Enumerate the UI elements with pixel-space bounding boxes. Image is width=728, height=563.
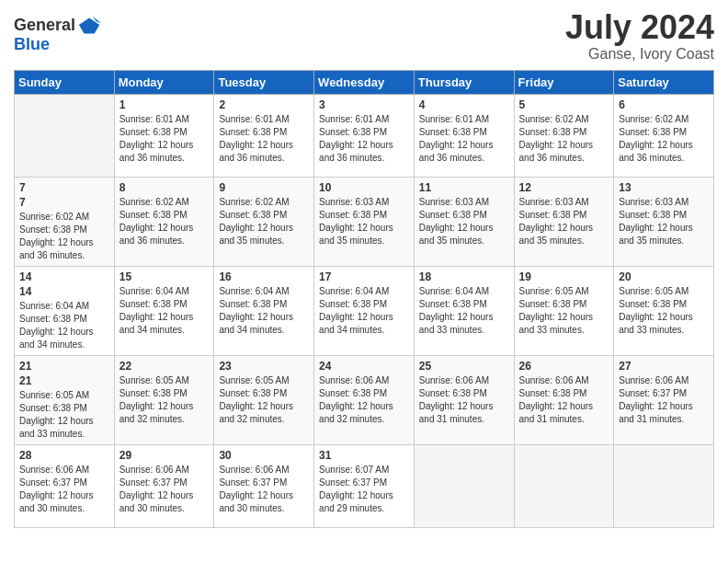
- day-info: Sunrise: 6:01 AM Sunset: 6:38 PM Dayligh…: [219, 113, 309, 165]
- day-number: 25: [419, 360, 509, 373]
- calendar-cell: 10Sunrise: 6:03 AM Sunset: 6:38 PM Dayli…: [314, 177, 415, 266]
- calendar-cell: 9Sunrise: 6:02 AM Sunset: 6:38 PM Daylig…: [214, 177, 314, 266]
- day-info: Sunrise: 6:04 AM Sunset: 6:38 PM Dayligh…: [19, 300, 109, 351]
- calendar-cell: 31Sunrise: 6:07 AM Sunset: 6:37 PM Dayli…: [314, 444, 415, 527]
- day-number: 22: [119, 360, 210, 373]
- calendar-week-5: 28Sunrise: 6:06 AM Sunset: 6:37 PM Dayli…: [15, 444, 714, 527]
- day-info: Sunrise: 6:04 AM Sunset: 6:38 PM Dayligh…: [219, 285, 309, 337]
- calendar-cell: 28Sunrise: 6:06 AM Sunset: 6:37 PM Dayli…: [15, 444, 115, 527]
- header-row: Sunday Monday Tuesday Wednesday Thursday…: [15, 70, 714, 94]
- calendar-cell: 17Sunrise: 6:04 AM Sunset: 6:38 PM Dayli…: [314, 266, 415, 355]
- day-info: Sunrise: 6:04 AM Sunset: 6:38 PM Dayligh…: [319, 285, 409, 337]
- logo: General Blue: [14, 13, 103, 54]
- day-info: Sunrise: 6:01 AM Sunset: 6:38 PM Dayligh…: [419, 113, 509, 165]
- calendar-cell: 22Sunrise: 6:05 AM Sunset: 6:38 PM Dayli…: [114, 355, 214, 444]
- day-number: 21: [19, 374, 109, 387]
- calendar-cell: [15, 94, 115, 177]
- day-info: Sunrise: 6:05 AM Sunset: 6:38 PM Dayligh…: [19, 389, 109, 441]
- calendar-page: General Blue July 2024 Ganse, Ivory Coas…: [0, 0, 728, 563]
- header-wednesday: Wednesday: [314, 70, 415, 94]
- header: General Blue July 2024 Ganse, Ivory Coas…: [14, 9, 714, 63]
- calendar-cell: [414, 444, 514, 527]
- title-block: July 2024 Ganse, Ivory Coast: [565, 9, 714, 63]
- calendar-cell: 24Sunrise: 6:06 AM Sunset: 6:38 PM Dayli…: [314, 355, 415, 444]
- day-number: 9: [219, 181, 309, 194]
- day-info: Sunrise: 6:02 AM Sunset: 6:38 PM Dayligh…: [519, 113, 609, 165]
- day-info: Sunrise: 6:04 AM Sunset: 6:38 PM Dayligh…: [119, 285, 210, 337]
- day-number: 6: [619, 98, 709, 111]
- header-friday: Friday: [514, 70, 614, 94]
- calendar-cell: 23Sunrise: 6:05 AM Sunset: 6:38 PM Dayli…: [214, 355, 314, 444]
- day-info: Sunrise: 6:07 AM Sunset: 6:37 PM Dayligh…: [319, 464, 409, 515]
- day-number: 28: [19, 449, 109, 462]
- day-info: Sunrise: 6:02 AM Sunset: 6:38 PM Dayligh…: [619, 113, 709, 165]
- calendar-cell: 4Sunrise: 6:01 AM Sunset: 6:38 PM Daylig…: [414, 94, 514, 177]
- calendar-cell: 77Sunrise: 6:02 AM Sunset: 6:38 PM Dayli…: [15, 177, 115, 266]
- day-info: Sunrise: 6:03 AM Sunset: 6:38 PM Dayligh…: [619, 196, 709, 247]
- day-info: Sunrise: 6:05 AM Sunset: 6:38 PM Dayligh…: [519, 285, 609, 337]
- day-info: Sunrise: 6:06 AM Sunset: 6:37 PM Dayligh…: [119, 464, 210, 515]
- calendar-cell: 6Sunrise: 6:02 AM Sunset: 6:38 PM Daylig…: [614, 94, 714, 177]
- calendar-cell: 19Sunrise: 6:05 AM Sunset: 6:38 PM Dayli…: [514, 266, 614, 355]
- day-info: Sunrise: 6:03 AM Sunset: 6:38 PM Dayligh…: [319, 196, 409, 247]
- day-number: 31: [319, 449, 409, 462]
- location-title: Ganse, Ivory Coast: [565, 46, 714, 63]
- day-number: 18: [419, 270, 509, 283]
- header-sunday: Sunday: [15, 70, 115, 94]
- day-number: 12: [519, 181, 609, 194]
- day-info: Sunrise: 6:01 AM Sunset: 6:38 PM Dayligh…: [319, 113, 409, 165]
- day-number: 8: [119, 181, 210, 194]
- calendar-cell: 27Sunrise: 6:06 AM Sunset: 6:37 PM Dayli…: [614, 355, 714, 444]
- calendar-week-4: 2121Sunrise: 6:05 AM Sunset: 6:38 PM Day…: [15, 355, 714, 444]
- day-info: Sunrise: 6:05 AM Sunset: 6:38 PM Dayligh…: [219, 374, 309, 426]
- day-number: 19: [519, 270, 609, 283]
- logo-icon: [77, 13, 103, 39]
- day-info: Sunrise: 6:02 AM Sunset: 6:38 PM Dayligh…: [219, 196, 309, 247]
- day-number: 16: [219, 270, 309, 283]
- day-info: Sunrise: 6:06 AM Sunset: 6:38 PM Dayligh…: [419, 374, 509, 426]
- day-info: Sunrise: 6:03 AM Sunset: 6:38 PM Dayligh…: [419, 196, 509, 247]
- day-number: 5: [519, 98, 609, 111]
- day-number: 3: [319, 98, 409, 111]
- day-number: 2: [219, 98, 309, 111]
- calendar-cell: 26Sunrise: 6:06 AM Sunset: 6:38 PM Dayli…: [514, 355, 614, 444]
- day-number: 1: [119, 98, 210, 111]
- calendar-cell: 1414Sunrise: 6:04 AM Sunset: 6:38 PM Day…: [15, 266, 115, 355]
- day-number: 7: [19, 196, 109, 209]
- calendar-cell: 11Sunrise: 6:03 AM Sunset: 6:38 PM Dayli…: [414, 177, 514, 266]
- day-number: 21: [19, 360, 109, 373]
- day-info: Sunrise: 6:02 AM Sunset: 6:38 PM Dayligh…: [119, 196, 210, 247]
- header-tuesday: Tuesday: [214, 70, 314, 94]
- day-number: 10: [319, 181, 409, 194]
- calendar-week-1: 1Sunrise: 6:01 AM Sunset: 6:38 PM Daylig…: [15, 94, 714, 177]
- calendar-cell: 2Sunrise: 6:01 AM Sunset: 6:38 PM Daylig…: [214, 94, 314, 177]
- calendar-cell: 2121Sunrise: 6:05 AM Sunset: 6:38 PM Day…: [15, 355, 115, 444]
- calendar-week-2: 77Sunrise: 6:02 AM Sunset: 6:38 PM Dayli…: [15, 177, 714, 266]
- day-number: 23: [219, 360, 309, 373]
- calendar-cell: [614, 444, 714, 527]
- calendar-week-3: 1414Sunrise: 6:04 AM Sunset: 6:38 PM Day…: [15, 266, 714, 355]
- day-number: 20: [619, 270, 709, 283]
- calendar-cell: 1Sunrise: 6:01 AM Sunset: 6:38 PM Daylig…: [114, 94, 214, 177]
- day-number: 15: [119, 270, 210, 283]
- day-number: 29: [119, 449, 210, 462]
- day-number: 24: [319, 360, 409, 373]
- day-number: 26: [519, 360, 609, 373]
- calendar-cell: 16Sunrise: 6:04 AM Sunset: 6:38 PM Dayli…: [214, 266, 314, 355]
- calendar-cell: [514, 444, 614, 527]
- logo-text: General: [14, 17, 75, 35]
- day-info: Sunrise: 6:06 AM Sunset: 6:38 PM Dayligh…: [319, 374, 409, 426]
- calendar-cell: 20Sunrise: 6:05 AM Sunset: 6:38 PM Dayli…: [614, 266, 714, 355]
- calendar-cell: 25Sunrise: 6:06 AM Sunset: 6:38 PM Dayli…: [414, 355, 514, 444]
- day-number: 14: [19, 285, 109, 298]
- day-info: Sunrise: 6:06 AM Sunset: 6:37 PM Dayligh…: [219, 464, 309, 515]
- calendar-cell: 12Sunrise: 6:03 AM Sunset: 6:38 PM Dayli…: [514, 177, 614, 266]
- day-info: Sunrise: 6:04 AM Sunset: 6:38 PM Dayligh…: [419, 285, 509, 337]
- day-info: Sunrise: 6:06 AM Sunset: 6:37 PM Dayligh…: [19, 464, 109, 515]
- day-info: Sunrise: 6:02 AM Sunset: 6:38 PM Dayligh…: [19, 211, 109, 262]
- calendar-cell: 30Sunrise: 6:06 AM Sunset: 6:37 PM Dayli…: [214, 444, 314, 527]
- calendar-cell: 5Sunrise: 6:02 AM Sunset: 6:38 PM Daylig…: [514, 94, 614, 177]
- day-number: 13: [619, 181, 709, 194]
- calendar-cell: 15Sunrise: 6:04 AM Sunset: 6:38 PM Dayli…: [114, 266, 214, 355]
- header-saturday: Saturday: [614, 70, 714, 94]
